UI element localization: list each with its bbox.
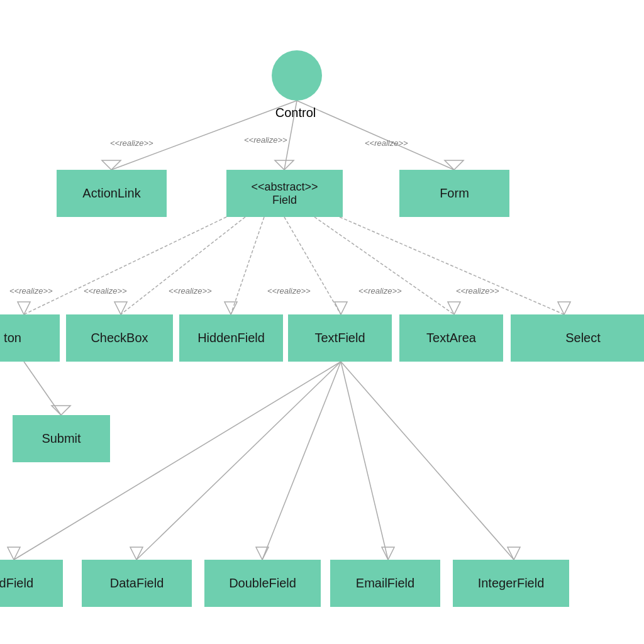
realize-label-6: <<realize>>: [169, 286, 212, 296]
node-form: Form: [399, 170, 509, 217]
svg-marker-12: [335, 302, 347, 314]
node-textfield: TextField: [288, 314, 392, 362]
svg-marker-11: [225, 302, 237, 314]
svg-line-8: [340, 217, 564, 314]
svg-marker-19: [52, 406, 70, 415]
node-integerfield: IntegerField: [453, 560, 569, 607]
svg-marker-16: [275, 160, 294, 170]
svg-marker-14: [558, 302, 570, 314]
svg-marker-25: [8, 547, 20, 560]
svg-line-3: [24, 217, 226, 314]
node-control: [272, 50, 322, 101]
svg-line-4: [121, 217, 245, 314]
svg-marker-10: [114, 302, 127, 314]
svg-marker-17: [445, 160, 464, 170]
svg-line-22: [262, 362, 341, 560]
node-select: Select: [511, 314, 644, 362]
node-submit: Submit: [13, 415, 110, 462]
node-emailfield: EmailField: [330, 560, 440, 607]
node-datafield: DataField: [82, 560, 192, 607]
node-actionlink: ActionLink: [57, 170, 167, 217]
node-checkbox: CheckBox: [66, 314, 173, 362]
node-field: <<abstract>>Field: [226, 170, 343, 217]
svg-marker-15: [102, 160, 121, 170]
svg-line-24: [341, 362, 514, 560]
node-doublefield: DoubleField: [204, 560, 321, 607]
node-hiddenfield: HiddenField: [179, 314, 283, 362]
realize-label-9: <<realize>>: [456, 286, 499, 296]
svg-line-7: [314, 217, 454, 314]
svg-line-23: [341, 362, 388, 560]
realize-label-1: <<realize>>: [110, 138, 153, 148]
svg-marker-28: [382, 547, 394, 560]
realize-label-8: <<realize>>: [358, 286, 402, 296]
realize-label-2: <<realize>>: [244, 135, 287, 145]
node-textarea: TextArea: [399, 314, 503, 362]
svg-marker-13: [448, 302, 460, 314]
node-button: ton: [0, 314, 60, 362]
svg-line-5: [231, 217, 264, 314]
realize-label-7: <<realize>>: [267, 286, 311, 296]
svg-marker-29: [508, 547, 520, 560]
svg-marker-9: [18, 302, 30, 314]
node-rdfield: rdField: [0, 560, 63, 607]
svg-line-18: [24, 362, 61, 415]
realize-label-4: <<realize>>: [9, 286, 53, 296]
svg-line-21: [136, 362, 341, 560]
svg-line-6: [284, 217, 341, 314]
label-control: Control: [252, 106, 340, 120]
realize-label-5: <<realize>>: [84, 286, 127, 296]
svg-marker-27: [256, 547, 269, 560]
diagram-container: Control <<realize>> <<realize>> <<realiz…: [0, 0, 644, 644]
svg-marker-26: [130, 547, 143, 560]
realize-label-3: <<realize>>: [365, 138, 408, 148]
